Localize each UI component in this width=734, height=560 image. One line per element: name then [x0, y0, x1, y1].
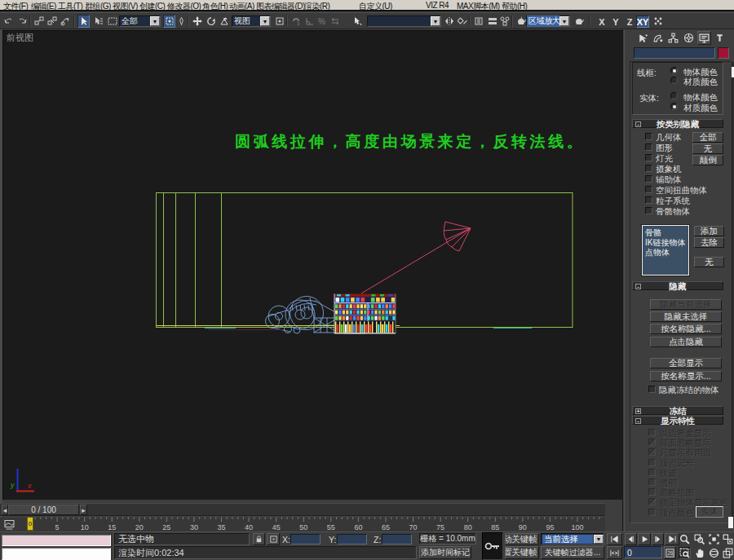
selection-filter-combo[interactable]: 全部▼: [119, 15, 161, 27]
track-bar[interactable]: 5101520253035404550556065707580859095100…: [0, 517, 605, 531]
selection-lock-toggle[interactable]: [253, 533, 265, 545]
coord-z-field[interactable]: [382, 534, 412, 545]
set-key-button[interactable]: 设置关键帧: [505, 546, 539, 559]
zoom-all-button[interactable]: [693, 533, 705, 545]
reference-coordinate-combo-arrow[interactable]: ▼: [260, 16, 270, 26]
tab-utilities[interactable]: [713, 31, 727, 45]
key-selection-combo-arrow[interactable]: ▼: [594, 535, 604, 544]
hide-by-name-button[interactable]: 按名称隐藏...: [650, 324, 722, 334]
menu-item-2[interactable]: 编辑(E): [31, 1, 56, 12]
open-mini-curve-editor-icon[interactable]: [3, 518, 16, 529]
prev-frame-button[interactable]: [625, 533, 637, 545]
axis-constraint-xy[interactable]: XY: [636, 15, 649, 28]
named-selection-combo-arrow[interactable]: ▼: [431, 16, 440, 26]
time-slider[interactable]: ◂ 0 / 100 ▸: [0, 503, 605, 516]
select-by-name-icon[interactable]: [92, 15, 104, 28]
window-crossing-icon[interactable]: [177, 15, 186, 28]
rollout-display-properties-toggle[interactable]: -: [635, 418, 641, 424]
auto-key-button[interactable]: 自动关键帧: [505, 533, 539, 545]
category-checkbox-3[interactable]: [645, 154, 652, 161]
hide-unselected-button[interactable]: 隐藏未选择: [650, 311, 722, 322]
category-checkbox-5[interactable]: [645, 175, 652, 183]
menu-item-5[interactable]: 视图(V): [113, 1, 138, 12]
solid-material-color-radio[interactable]: [670, 103, 678, 110]
align-icon[interactable]: [456, 15, 468, 28]
menu-item-15[interactable]: 帮助(H): [502, 1, 527, 12]
curve-editor-icon[interactable]: [486, 15, 498, 28]
coord-x-field[interactable]: [290, 534, 321, 545]
axis-constraint-x[interactable]: X: [596, 15, 608, 28]
schematic-view-icon[interactable]: [498, 15, 511, 28]
rollout-hide-by-category-toggle[interactable]: -: [635, 121, 641, 127]
macro-recorder-pane[interactable]: [2, 535, 111, 546]
select-object-icon[interactable]: [77, 15, 90, 28]
unhide-by-name-button[interactable]: 按名称显示...: [650, 371, 722, 381]
snap-toggle-icon[interactable]: 3: [290, 15, 302, 28]
category-checkbox-7[interactable]: [645, 196, 652, 204]
set-keys-button[interactable]: [482, 532, 503, 560]
exclude-list-item-3[interactable]: 点物体: [645, 247, 670, 258]
menu-item-10[interactable]: 图表编辑器(D): [256, 1, 305, 12]
next-frame-button[interactable]: [652, 533, 664, 545]
time-configuration-button[interactable]: 26: [664, 546, 676, 559]
rollout-hide-by-category[interactable]: -按类别隐藏: [632, 119, 723, 128]
quick-render-icon[interactable]: [573, 15, 585, 28]
category-checkbox-1[interactable]: [645, 133, 652, 140]
play-button[interactable]: [638, 533, 651, 545]
time-slider-next-button[interactable]: ▸: [80, 505, 87, 515]
go-end-button[interactable]: [665, 533, 679, 545]
use-pivot-center-icon[interactable]: [273, 15, 285, 28]
bind-spacewarp-icon[interactable]: [59, 15, 71, 28]
select-scale-icon[interactable]: [218, 15, 230, 28]
minmax-toggle-button[interactable]: [722, 547, 734, 559]
redo-icon[interactable]: [15, 15, 28, 28]
wireframe-material-color-radio[interactable]: [670, 77, 678, 84]
category-checkbox-4[interactable]: [645, 165, 652, 172]
render-type-combo[interactable]: 区域放大▼: [526, 15, 570, 27]
solid-object-color-radio[interactable]: [670, 92, 678, 99]
xy-plane-icon[interactable]: [652, 15, 664, 28]
select-move-icon[interactable]: [191, 15, 203, 28]
menu-item-7[interactable]: 修改器(O): [167, 1, 201, 12]
none-button[interactable]: 无: [694, 257, 724, 267]
zoom-button[interactable]: [679, 533, 691, 545]
render-scene-icon[interactable]: [515, 15, 527, 28]
rect-selection-region-icon[interactable]: [106, 15, 118, 28]
menu-item-12[interactable]: 自定义(U): [359, 1, 392, 12]
menu-item-9[interactable]: 动画(A): [229, 1, 254, 12]
axis-constraint-z[interactable]: Z: [624, 15, 635, 28]
remove-button[interactable]: 去除: [694, 237, 724, 248]
hide-by-hit-button[interactable]: 点击隐藏: [650, 337, 722, 347]
menu-item-13[interactable]: VIZ R4: [426, 1, 449, 10]
key-filters-button[interactable]: 关键帧过滤器...: [541, 546, 604, 559]
hide-frozen-checkbox[interactable]: [648, 386, 656, 393]
rollout-hide-toggle[interactable]: -: [635, 284, 641, 289]
go-start-button[interactable]: [607, 533, 622, 545]
tab-hierarchy[interactable]: [666, 31, 680, 45]
tab-motion[interactable]: [682, 31, 696, 45]
unhide-all-button[interactable]: 全部显示: [650, 358, 722, 368]
tab-display[interactable]: [697, 31, 711, 45]
menu-item-11[interactable]: 渲染(R): [304, 1, 329, 12]
menu-item-3[interactable]: 工具(T): [58, 1, 82, 12]
rollout-hide[interactable]: -隐藏: [632, 281, 723, 290]
menu-item-8[interactable]: 角色(H): [202, 1, 228, 12]
undo-icon[interactable]: [2, 15, 15, 28]
category-checkbox-2[interactable]: [645, 143, 652, 151]
exclude-list[interactable]: 骨骼IK链接物体点物体: [642, 225, 689, 276]
tab-create[interactable]: [635, 31, 649, 45]
pan-button[interactable]: [693, 547, 705, 559]
arc-rotate-button[interactable]: [708, 547, 720, 559]
absolute-mode-toggle[interactable]: [267, 533, 280, 545]
category-checkbox-6[interactable]: [645, 186, 652, 193]
rollout-freeze-toggle[interactable]: +: [635, 408, 641, 414]
percent-snap-icon[interactable]: %: [316, 15, 328, 28]
category-all-button[interactable]: 全部: [692, 132, 723, 143]
menu-item-4[interactable]: 群组(G): [85, 1, 111, 12]
key-selection-combo[interactable]: 当前选择▼: [541, 533, 604, 545]
category-none-button[interactable]: 无: [692, 143, 723, 154]
time-slider-prev-button[interactable]: ◂: [2, 505, 8, 515]
time-slider-handle[interactable]: 0 / 100: [8, 505, 79, 515]
object-name-field[interactable]: [634, 47, 715, 59]
category-invert-button[interactable]: 颠倒: [692, 155, 723, 165]
